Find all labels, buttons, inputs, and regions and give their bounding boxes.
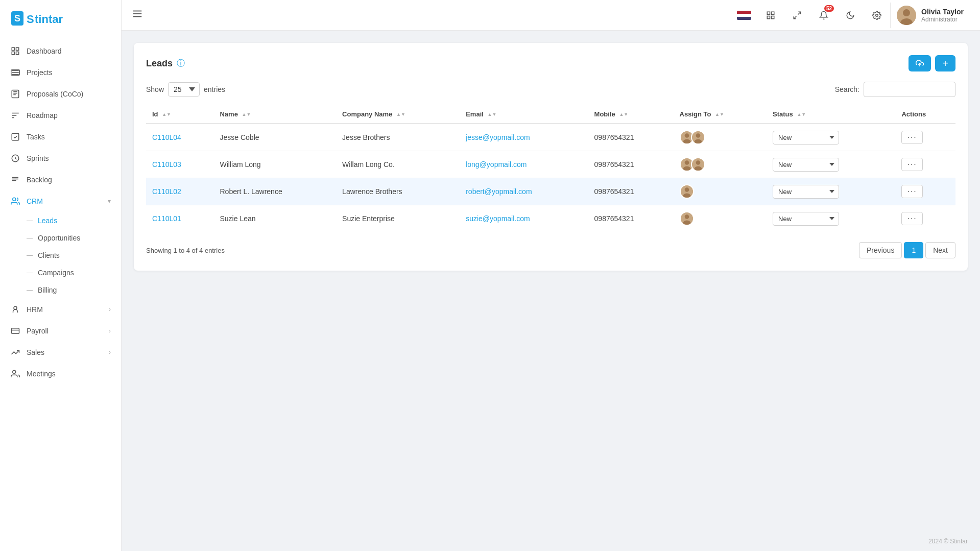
app-logo: S tintar S — [10, 9, 66, 31]
sidebar-item-backlog[interactable]: Backlog — [0, 169, 121, 190]
next-button[interactable]: Next — [925, 242, 955, 258]
status-select[interactable]: New Contacted Qualified Lost — [773, 158, 839, 172]
leads-header: Leads ⓘ + — [146, 55, 955, 71]
upload-button[interactable] — [909, 55, 931, 71]
cell-assign — [674, 151, 767, 178]
cell-mobile: 0987654321 — [588, 205, 674, 232]
pagination-controls: Previous 1 Next — [859, 242, 955, 258]
sort-company-icon[interactable]: ▲▼ — [396, 112, 405, 117]
sort-name-icon[interactable]: ▲▼ — [242, 112, 251, 117]
email-link[interactable]: jesse@yopmail.com — [466, 133, 530, 141]
sidebar-label-tasks: Tasks — [27, 133, 111, 141]
sort-email-icon[interactable]: ▲▼ — [488, 112, 497, 117]
svg-rect-22 — [772, 16, 774, 18]
cell-email: jesse@yopmail.com — [460, 124, 588, 151]
crm-chevron: ▾ — [108, 198, 111, 205]
sidebar-sub-billing[interactable]: Billing — [0, 281, 121, 299]
lead-id-link[interactable]: C110L03 — [152, 160, 181, 169]
row-actions-button[interactable]: ··· — [901, 131, 922, 144]
cell-actions: ··· — [895, 178, 955, 205]
sort-id-icon[interactable]: ▲▼ — [162, 112, 171, 117]
sidebar-sub-campaigns[interactable]: Campaigns — [0, 264, 121, 281]
sidebar-item-meetings[interactable]: Meetings — [0, 363, 121, 385]
row-actions-button[interactable]: ··· — [901, 158, 922, 171]
svg-rect-20 — [772, 12, 774, 14]
leads-card: Leads ⓘ + Show 25 10 50 100 entri — [134, 43, 968, 271]
sidebar-sub-clients[interactable]: Clients — [0, 247, 121, 264]
sort-status-icon[interactable]: ▲▼ — [797, 112, 806, 117]
table-row: C110L02 Robert L. Lawrence Lawrence Brot… — [146, 178, 955, 205]
sidebar-item-crm[interactable]: CRM ▾ — [0, 190, 121, 212]
lead-id-link[interactable]: C110L04 — [152, 133, 181, 141]
menu-toggle-icon[interactable] — [132, 8, 143, 22]
cell-company: Suzie Enterprise — [336, 205, 460, 232]
page-1-button[interactable]: 1 — [904, 242, 923, 258]
email-link[interactable]: suzie@yopmail.com — [466, 214, 530, 223]
logo[interactable]: S tintar S — [0, 0, 121, 40]
sidebar-sub-leads[interactable]: Leads — [0, 212, 121, 229]
svg-text:S: S — [14, 13, 20, 23]
cell-actions: ··· — [895, 205, 955, 232]
cell-status: New Contacted Qualified Lost — [767, 124, 895, 151]
email-link[interactable]: robert@yopmail.com — [466, 187, 532, 196]
cell-status: New Contacted Qualified Lost — [767, 151, 895, 178]
lead-id-link[interactable]: C110L01 — [152, 214, 181, 223]
info-icon[interactable]: ⓘ — [177, 58, 185, 69]
sidebar-item-payroll[interactable]: Payroll › — [0, 320, 121, 342]
sidebar-item-sprints[interactable]: Sprints — [0, 148, 121, 169]
expand-icon[interactable] — [788, 6, 806, 25]
notification-icon[interactable]: 52 — [815, 6, 833, 25]
header: 52 Olivia Taylor Administrator — [122, 0, 980, 31]
proposals-icon — [10, 89, 20, 99]
status-select[interactable]: New Contacted Qualified Lost — [773, 185, 839, 199]
flag-icon[interactable] — [735, 6, 753, 25]
settings-icon[interactable] — [868, 6, 886, 25]
sidebar-item-tasks[interactable]: Tasks — [0, 126, 121, 148]
sidebar-sub-opportunities[interactable]: Opportunities — [0, 229, 121, 247]
notification-badge: 52 — [824, 5, 834, 12]
cell-mobile: 0987654321 — [588, 124, 674, 151]
entries-select[interactable]: 25 10 50 100 — [168, 82, 200, 97]
cell-mobile: 0987654321 — [588, 151, 674, 178]
previous-button[interactable]: Previous — [859, 242, 902, 258]
cell-company: Willam Long Co. — [336, 151, 460, 178]
cell-actions: ··· — [895, 151, 955, 178]
showing-text: Showing 1 to 4 of 4 entries — [146, 247, 225, 254]
sidebar-item-projects[interactable]: Projects — [0, 62, 121, 83]
table-row: C110L04 Jesse Coble Jesse Brothers jesse… — [146, 124, 955, 151]
search-input[interactable] — [864, 82, 955, 97]
sidebar-item-proposals[interactable]: Proposals (CoCo) — [0, 83, 121, 105]
lead-id-link[interactable]: C110L02 — [152, 187, 181, 196]
sidebar-label-roadmap: Roadmap — [27, 111, 111, 119]
cell-assign — [674, 205, 767, 232]
cell-actions: ··· — [895, 124, 955, 151]
cell-id: C110L01 — [146, 205, 213, 232]
sales-icon — [10, 347, 20, 357]
cell-name: Jesse Coble — [213, 124, 336, 151]
svg-rect-7 — [16, 52, 19, 55]
sidebar-item-hrm[interactable]: HRM › — [0, 299, 121, 320]
row-actions-button[interactable]: ··· — [901, 212, 922, 225]
theme-icon[interactable] — [841, 6, 859, 25]
status-select[interactable]: New Contacted Qualified Lost — [773, 212, 839, 226]
sidebar-label-meetings: Meetings — [27, 370, 111, 378]
svg-rect-19 — [767, 12, 770, 14]
sort-mobile-icon[interactable]: ▲▼ — [619, 112, 628, 117]
payroll-icon — [10, 326, 20, 336]
sidebar-item-dashboard[interactable]: Dashboard — [0, 40, 121, 62]
email-link[interactable]: long@yopmail.com — [466, 160, 527, 169]
row-actions-button[interactable]: ··· — [901, 185, 922, 198]
user-area[interactable]: Olivia Taylor Administrator — [890, 3, 970, 28]
grid-icon[interactable] — [761, 6, 780, 25]
hrm-arrow: › — [109, 306, 111, 313]
add-button[interactable]: + — [935, 55, 955, 71]
user-role: Administrator — [921, 16, 964, 23]
sort-assign-icon[interactable]: ▲▼ — [715, 112, 724, 117]
cell-status: New Contacted Qualified Lost — [767, 178, 895, 205]
sidebar-item-roadmap[interactable]: Roadmap — [0, 105, 121, 126]
header-actions: 52 — [735, 6, 886, 25]
status-select[interactable]: New Contacted Qualified Lost — [773, 131, 839, 145]
sidebar-item-sales[interactable]: Sales › — [0, 342, 121, 363]
leads-actions: + — [909, 55, 955, 71]
sidebar-label-projects: Projects — [27, 68, 111, 77]
